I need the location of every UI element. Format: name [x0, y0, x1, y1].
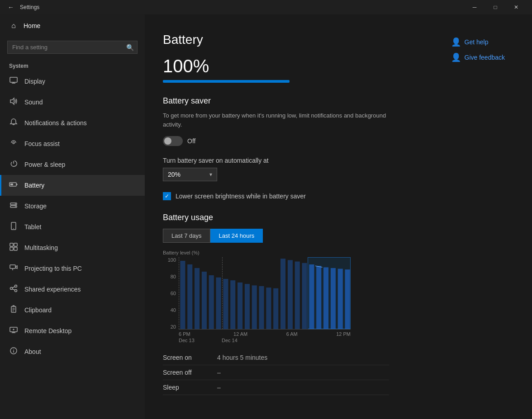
battery-saver-toggle-row: Off: [163, 136, 389, 146]
brightness-checkbox[interactable]: ✓: [163, 192, 171, 200]
sidebar-item-label-projecting: Projecting to this PC: [24, 265, 82, 272]
battery-percent-dropdown[interactable]: 20% ▾: [163, 168, 217, 181]
battery-usage-title: Battery usage: [163, 213, 389, 222]
content-top-row: Battery 100% Battery saver To get more f…: [163, 33, 505, 395]
app-body: ⌂ Home 🔍 System DisplaySoundNotification…: [0, 14, 532, 419]
toggle-thumb: [164, 137, 171, 145]
sidebar-item-label-multitasking: Multitasking: [24, 244, 58, 251]
svg-point-19: [12, 269, 13, 270]
about-icon: [9, 347, 18, 357]
svg-rect-14: [10, 243, 13, 246]
projecting-icon: [9, 264, 18, 273]
y-tick-40: 40: [163, 307, 176, 313]
svg-point-22: [15, 285, 17, 287]
sidebar-item-about[interactable]: About: [0, 341, 145, 362]
sidebar-item-clipboard[interactable]: Clipboard: [0, 300, 145, 320]
page-title: Battery: [163, 33, 389, 47]
power-icon: [9, 160, 18, 169]
sidebar-item-label-tablet: Tablet: [24, 223, 41, 231]
home-icon: ⌂: [9, 22, 18, 30]
sidebar-item-label-display: Display: [24, 78, 45, 85]
sidebar-item-sound[interactable]: Sound: [0, 92, 145, 113]
battery-icon: [9, 180, 18, 190]
svg-line-25: [12, 289, 15, 290]
x-tick-6pm: 6 PM: [179, 331, 190, 337]
checkmark-icon: ✓: [165, 193, 169, 199]
sidebar-item-notifications[interactable]: Notifications & actions: [0, 113, 145, 133]
sidebar-item-label-remote: Remote Desktop: [24, 327, 71, 334]
brightness-checkbox-row: ✓ Lower screen brightness while in batte…: [163, 192, 389, 200]
tab-last-7-days[interactable]: Last 7 days: [163, 229, 210, 243]
svg-line-24: [12, 287, 15, 287]
svg-point-23: [15, 290, 17, 292]
sidebar-home-label: Home: [24, 22, 40, 29]
svg-rect-17: [14, 247, 17, 250]
search-input[interactable]: [7, 41, 138, 54]
focus-icon: [9, 139, 18, 149]
sidebar-item-shared[interactable]: Shared experiences: [0, 279, 145, 300]
battery-bar-fill: [163, 80, 290, 83]
storage-icon: [9, 201, 18, 211]
battery-saver-section: Battery saver To get more from your batt…: [163, 96, 389, 200]
sidebar-item-label-about: About: [24, 348, 41, 355]
sidebar-item-label-focus: Focus assist: [24, 140, 60, 147]
content-area: Battery 100% Battery saver To get more f…: [145, 14, 532, 419]
screen-on-label: Screen on: [163, 354, 217, 361]
maximize-button[interactable]: □: [485, 0, 506, 14]
dropdown-value: 20%: [168, 171, 180, 178]
tab-last-24-hours[interactable]: Last 24 hours: [210, 229, 263, 243]
minimize-icon: ─: [473, 4, 477, 10]
battery-chart: Battery level (%) 100 80 60 40 20: [163, 250, 389, 343]
x-tick-12pm: 12 PM: [336, 331, 351, 337]
maximize-icon: □: [494, 4, 497, 10]
screen-on-row: Screen on 4 hours 5 minutes: [163, 350, 389, 365]
y-tick-20: 20: [163, 324, 176, 330]
minimize-button[interactable]: ─: [464, 0, 485, 14]
screen-off-row: Screen off –: [163, 365, 389, 380]
get-help-link[interactable]: 👤 Get help: [451, 37, 505, 47]
chart-y-label: Battery level (%): [163, 250, 389, 255]
close-button[interactable]: ✕: [506, 0, 527, 14]
chevron-down-icon: ▾: [209, 171, 212, 178]
svg-point-10: [15, 203, 16, 204]
sidebar-item-remote[interactable]: Remote Desktop: [0, 320, 145, 341]
toggle-label: Off: [187, 137, 195, 145]
sidebar-item-focus[interactable]: Focus assist: [0, 133, 145, 154]
sidebar-item-label-clipboard: Clipboard: [24, 306, 52, 314]
give-feedback-link[interactable]: 👤 Give feedback: [451, 52, 505, 62]
svg-rect-16: [10, 247, 13, 250]
screen-off-value: –: [217, 369, 221, 376]
battery-saver-toggle[interactable]: [163, 136, 183, 146]
sleep-label: Sleep: [163, 384, 217, 391]
date-dec14: Dec 14: [222, 338, 238, 343]
sidebar-item-tablet[interactable]: Tablet: [0, 217, 145, 237]
back-button[interactable]: ←: [5, 2, 16, 13]
screen-on-value: 4 hours 5 minutes: [217, 354, 267, 361]
sidebar-item-power[interactable]: Power & sleep: [0, 154, 145, 175]
auto-dropdown-label: Turn battery saver on automatically at: [163, 157, 389, 164]
clipboard-icon: [9, 305, 18, 315]
sidebar-item-label-battery: Battery: [24, 182, 44, 189]
sidebar-item-storage[interactable]: Storage: [0, 196, 145, 217]
svg-rect-7: [10, 184, 13, 185]
sidebar-item-display[interactable]: Display: [0, 71, 145, 92]
support-panel: 👤 Get help 👤 Give feedback: [451, 37, 505, 62]
get-help-label: Get help: [465, 38, 489, 46]
close-icon: ✕: [514, 4, 518, 10]
give-feedback-label: Give feedback: [465, 54, 505, 61]
feedback-icon: 👤: [451, 52, 461, 62]
sidebar-item-home[interactable]: ⌂ Home: [0, 14, 145, 37]
battery-saver-desc: To get more from your battery when it's …: [163, 111, 389, 129]
back-icon: ←: [8, 4, 14, 11]
sidebar-item-multitasking[interactable]: Multitasking: [0, 237, 145, 258]
sidebar-section-label: System: [0, 59, 145, 71]
shared-icon: [9, 284, 18, 294]
multitasking-icon: [9, 243, 18, 253]
tab-row: Last 7 days Last 24 hours: [163, 229, 389, 243]
tablet-icon: [9, 222, 18, 232]
titlebar-title: Settings: [20, 4, 464, 10]
sidebar-item-projecting[interactable]: Projecting to this PC: [0, 258, 145, 279]
x-tick-12am: 12 AM: [233, 331, 247, 337]
brightness-checkbox-label: Lower screen brightness while in battery…: [176, 193, 306, 200]
sidebar-item-battery[interactable]: Battery: [0, 175, 145, 196]
